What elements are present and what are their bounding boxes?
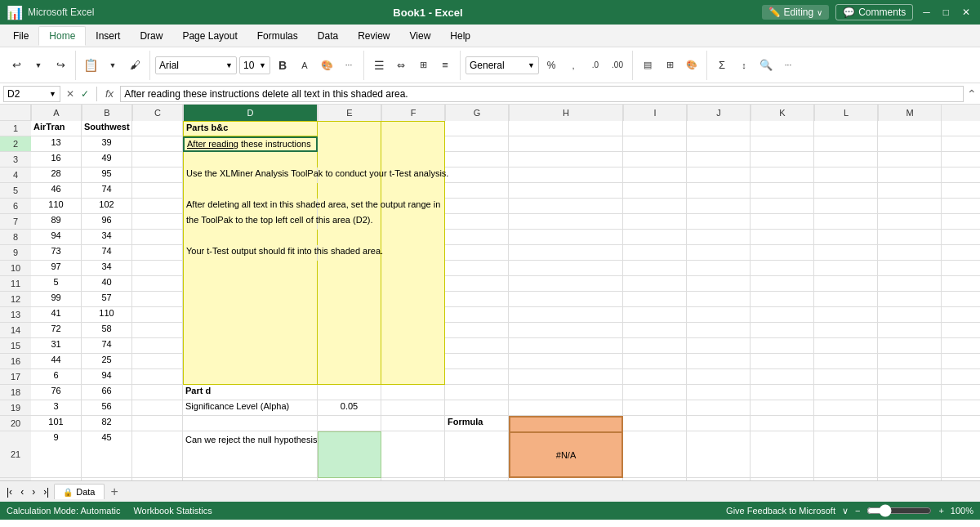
- cell-H7[interactable]: [509, 214, 623, 230]
- cell-D12[interactable]: [183, 292, 318, 307]
- cell-F1[interactable]: [381, 121, 445, 136]
- cell-C21[interactable]: [132, 431, 183, 478]
- row-16-header[interactable]: 16: [0, 354, 31, 369]
- cell-I1[interactable]: [623, 121, 687, 136]
- font-more-button[interactable]: ···: [339, 56, 359, 75]
- cell-G6[interactable]: [445, 199, 509, 214]
- cell-F7[interactable]: [381, 214, 445, 230]
- cell-J8[interactable]: [687, 230, 751, 245]
- minimize-button[interactable]: ─: [920, 7, 933, 18]
- cell-C17[interactable]: [132, 369, 183, 385]
- col-header-L[interactable]: L: [814, 105, 878, 121]
- sheet-nav-first[interactable]: |‹: [3, 485, 16, 499]
- cell-E17[interactable]: [318, 369, 381, 385]
- cell-G1[interactable]: [445, 121, 509, 136]
- status-dropdown[interactable]: ∨: [842, 506, 849, 516]
- cell-C4[interactable]: [132, 167, 183, 183]
- cell-L21[interactable]: [814, 431, 878, 478]
- sheet-nav-next[interactable]: ›: [29, 485, 38, 499]
- tab-page-layout[interactable]: Page Layout: [172, 27, 247, 45]
- cell-I15[interactable]: [623, 338, 687, 354]
- cell-F3[interactable]: [381, 152, 445, 167]
- cell-L1[interactable]: [814, 121, 878, 136]
- cell-B19[interactable]: 56: [82, 400, 132, 416]
- tab-draw[interactable]: Draw: [130, 27, 172, 45]
- cell-I16[interactable]: [623, 354, 687, 369]
- cell-F20[interactable]: [381, 416, 445, 431]
- cell-L18[interactable]: [814, 385, 878, 400]
- font-size-select[interactable]: 10 ▼: [239, 56, 270, 74]
- cell-B15[interactable]: 74: [82, 338, 132, 354]
- cell-E15[interactable]: [318, 338, 381, 354]
- cell-H11[interactable]: [509, 276, 623, 292]
- cell-A3[interactable]: 16: [31, 152, 82, 167]
- cell-I7[interactable]: [623, 214, 687, 230]
- cell-B7[interactable]: 96: [82, 214, 132, 230]
- cell-H14[interactable]: [509, 323, 623, 338]
- cell-F16[interactable]: [381, 354, 445, 369]
- cell-C9[interactable]: [132, 245, 183, 261]
- cell-E3[interactable]: [318, 152, 381, 167]
- cell-D14[interactable]: [183, 323, 318, 338]
- tab-data[interactable]: Data: [308, 27, 348, 45]
- cell-D18[interactable]: Part d: [183, 385, 318, 400]
- percent-button[interactable]: %: [541, 56, 561, 75]
- more2-button[interactable]: ···: [778, 56, 798, 75]
- cell-M11[interactable]: [878, 276, 942, 292]
- col-header-E[interactable]: E: [318, 105, 381, 121]
- undo-button[interactable]: ↩: [7, 56, 26, 75]
- zoom-in-button[interactable]: +: [938, 506, 943, 516]
- cell-A13[interactable]: 41: [31, 307, 82, 323]
- cell-G13[interactable]: [445, 307, 509, 323]
- cell-H17[interactable]: [509, 369, 623, 385]
- cell-F12[interactable]: [381, 292, 445, 307]
- cell-F21[interactable]: [381, 431, 445, 478]
- cell-J21[interactable]: [687, 431, 751, 478]
- cell-A7[interactable]: 89: [31, 214, 82, 230]
- cell-D21[interactable]: Can we reject the null hypothesis? (Ente…: [183, 431, 318, 478]
- formula-input[interactable]: After reading these instructions delete …: [120, 86, 964, 102]
- cell-A6[interactable]: 110: [31, 199, 82, 214]
- row-18-header[interactable]: 18: [0, 385, 31, 400]
- cell-L22[interactable]: [814, 478, 878, 480]
- cell-L11[interactable]: [814, 276, 878, 292]
- cell-A17[interactable]: 6: [31, 369, 82, 385]
- cell-D4[interactable]: Use the XLMiner Analysis ToolPak to cond…: [183, 167, 318, 183]
- cell-E12[interactable]: [318, 292, 381, 307]
- cell-K10[interactable]: [751, 261, 814, 276]
- cell-M13[interactable]: [878, 307, 942, 323]
- cell-I13[interactable]: [623, 307, 687, 323]
- cell-A14[interactable]: 72: [31, 323, 82, 338]
- cell-G15[interactable]: [445, 338, 509, 354]
- cell-J14[interactable]: [687, 323, 751, 338]
- cell-F22[interactable]: [381, 478, 445, 480]
- cell-A18[interactable]: 76: [31, 385, 82, 400]
- cell-H16[interactable]: [509, 354, 623, 369]
- cell-A1[interactable]: AirTran: [31, 121, 82, 136]
- cell-E22[interactable]: [318, 478, 381, 480]
- cell-G20[interactable]: Formula: [445, 416, 509, 431]
- row-17-header[interactable]: 17: [0, 369, 31, 385]
- cell-F19[interactable]: [381, 400, 445, 416]
- cell-C11[interactable]: [132, 276, 183, 292]
- cell-K12[interactable]: [751, 292, 814, 307]
- cell-J13[interactable]: [687, 307, 751, 323]
- cell-C22[interactable]: [132, 478, 183, 480]
- cancel-formula-button[interactable]: ✕: [64, 88, 77, 100]
- row-1-header[interactable]: 1: [0, 121, 31, 136]
- cell-B2[interactable]: 39: [82, 136, 132, 152]
- cell-F2[interactable]: [381, 136, 445, 152]
- cell-L5[interactable]: [814, 183, 878, 199]
- cell-A21[interactable]: 9: [31, 431, 82, 478]
- cell-D11[interactable]: [183, 276, 318, 292]
- cell-C7[interactable]: [132, 214, 183, 230]
- cell-A2[interactable]: 13: [31, 136, 82, 152]
- cell-K1[interactable]: [751, 121, 814, 136]
- cell-J19[interactable]: [687, 400, 751, 416]
- cell-F14[interactable]: [381, 323, 445, 338]
- cell-D22[interactable]: [183, 478, 318, 480]
- font-family-select[interactable]: Arial ▼: [155, 56, 237, 74]
- cell-G3[interactable]: [445, 152, 509, 167]
- cell-G17[interactable]: [445, 369, 509, 385]
- cell-A5[interactable]: 46: [31, 183, 82, 199]
